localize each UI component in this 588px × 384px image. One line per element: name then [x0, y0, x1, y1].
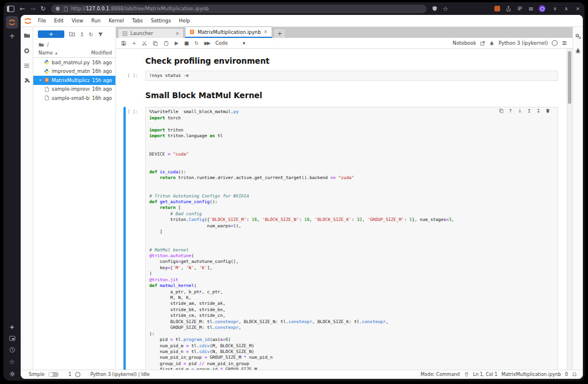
code-line	[149, 235, 554, 241]
file-row[interactable]: bad_matmul.py16h ago	[33, 58, 115, 67]
home-folder-icon[interactable]	[39, 43, 44, 46]
file-browser-icon[interactable]	[24, 34, 30, 38]
cell-editor[interactable]: !nsys status -e	[145, 71, 558, 81]
add-cell-icon[interactable]: +	[132, 41, 136, 46]
file-row[interactable]: sample-improve...16h ago	[33, 85, 115, 94]
column-name[interactable]: Name▲	[38, 50, 91, 56]
code-line	[149, 163, 554, 169]
file-row[interactable]: sample-small-blo...16h ago	[33, 94, 115, 103]
paste-cells-icon[interactable]	[165, 41, 168, 45]
scrollbar-thumb[interactable]	[568, 51, 571, 104]
tab-launcher[interactable]: Launcher ×	[118, 28, 184, 38]
url-bar[interactable]: http://127.0.0.1:8888/lab/tree/MatrixMul…	[51, 5, 427, 13]
running-sessions-icon[interactable]	[25, 49, 29, 53]
cursor-position[interactable]: Ln 1, Col 1	[473, 372, 498, 377]
move-cell-up-icon[interactable]: ↑	[509, 108, 513, 114]
file-row[interactable]: improved_matm...16h ago	[33, 67, 115, 76]
vertical-scrollbar[interactable]	[567, 49, 572, 370]
insert-cell-below-icon[interactable]: ↧	[536, 108, 540, 114]
strip-bottom-icons: ☆	[9, 324, 16, 377]
notifications-bell-icon[interactable]	[572, 373, 576, 377]
file-file-icon	[44, 87, 49, 92]
browser-tab-jupyter[interactable]	[6, 16, 18, 29]
close-button[interactable]: ×	[575, 6, 580, 11]
kernel-status-text[interactable]: Python 3 (ipykernel) | Idle	[90, 372, 149, 377]
property-inspector-icon[interactable]	[575, 34, 581, 39]
debugger-panel-icon[interactable]	[575, 48, 580, 53]
table-of-contents-icon[interactable]	[24, 64, 29, 68]
notifications-count[interactable]: 0	[565, 372, 568, 377]
kernel-name[interactable]: Python 3 (ipykernel)	[498, 40, 548, 46]
forward-icon[interactable]: →	[30, 6, 35, 12]
run-icon[interactable]: ▶	[175, 41, 179, 46]
menu-tabs[interactable]: Tabs	[128, 18, 147, 24]
file-row[interactable]: •MatrixMultiplicat...15h ago	[33, 76, 115, 85]
code-cell[interactable]: [ ]: !nsys status -e	[116, 71, 567, 81]
share-icon[interactable]	[507, 6, 510, 10]
browser-window: ← → ↻ http://127.0.0.1:8888/lab/tree/Mat…	[3, 2, 585, 381]
new-launcher-button[interactable]: +	[38, 30, 64, 38]
bookmarks-icon[interactable]: ☆	[9, 358, 15, 366]
cell-type-dropdown[interactable]: Code▾	[215, 40, 245, 46]
menu-icon[interactable]: ≡	[528, 6, 533, 12]
extension-manager-icon[interactable]	[25, 78, 29, 82]
maximize-button[interactable]: ∧	[564, 6, 568, 11]
markdown-cell[interactable]: Check profiling environment	[116, 55, 567, 67]
kernel-status-icon[interactable]	[552, 40, 558, 46]
sparkle-icon[interactable]	[9, 324, 14, 329]
column-modified[interactable]: Modified	[91, 50, 112, 56]
menu-edit[interactable]: Edit	[50, 18, 67, 24]
new-tab-button[interactable]: +	[9, 32, 15, 40]
tab-notebook[interactable]: MatrixMultiplication.ipynb ×	[185, 26, 272, 38]
menu-view[interactable]: View	[68, 18, 87, 24]
refresh-icon[interactable]: ↻	[89, 32, 94, 37]
mode-indicator[interactable]: Mode: Command	[421, 372, 460, 377]
reload-icon[interactable]: ↻	[40, 6, 45, 12]
sidebar-toggle-icon[interactable]	[7, 6, 14, 12]
delete-cell-icon[interactable]	[546, 109, 550, 113]
restart-run-all-icon[interactable]: ▶▶	[204, 41, 210, 46]
new-dock-tab-button[interactable]: +	[273, 28, 286, 38]
history-icon[interactable]	[10, 347, 14, 352]
tracking-shield-icon[interactable]	[432, 6, 436, 11]
close-tab-icon[interactable]: ×	[264, 29, 268, 34]
profile-avatar[interactable]	[539, 5, 546, 12]
filter-icon[interactable]	[98, 32, 103, 36]
menu-file[interactable]: File	[34, 18, 50, 24]
menu-kernel[interactable]: Kernel	[105, 18, 128, 24]
restart-kernel-icon[interactable]: ↻	[195, 41, 199, 46]
move-cell-down-icon[interactable]: ↓	[518, 108, 522, 114]
stop-icon[interactable]: ■	[184, 41, 189, 46]
reader-mode-icon[interactable]	[518, 7, 522, 10]
external-link-icon[interactable]	[481, 41, 485, 45]
cut-cells-icon[interactable]	[142, 41, 146, 45]
menu-help[interactable]: Help	[175, 18, 194, 24]
upload-icon[interactable]: ↥	[80, 32, 84, 37]
menubar-items: FileEditViewRunKernelTabsSettingsHelp	[34, 18, 194, 24]
close-tab-icon[interactable]: ×	[176, 31, 180, 36]
markdown-cell[interactable]: Small Block MatMul Kernel	[116, 89, 567, 102]
minimize-button[interactable]: ∨	[553, 6, 557, 11]
extension-icon[interactable]	[494, 6, 500, 11]
simple-mode-toggle[interactable]	[48, 372, 59, 377]
back-icon[interactable]: ←	[20, 6, 25, 12]
toolbar-menu-icon[interactable]	[563, 42, 567, 45]
breadcrumb[interactable]: /	[33, 40, 115, 49]
debugger-icon[interactable]	[490, 41, 494, 45]
copy-cells-icon[interactable]	[153, 41, 157, 45]
new-folder-icon[interactable]	[69, 32, 75, 36]
code-line: GROUP_SIZE_M: tl.constexpr,	[149, 325, 554, 331]
bookmark-star-icon[interactable]: ☆	[443, 6, 448, 12]
terminals-count[interactable]: 1	[68, 372, 71, 377]
menu-settings[interactable]: Settings	[147, 18, 175, 24]
duplicate-cell-icon[interactable]	[500, 109, 503, 113]
menu-run[interactable]: Run	[87, 18, 105, 24]
notebook-content: Check profiling environment [ ]: !nsys s…	[116, 49, 572, 370]
settings-gear-icon[interactable]	[10, 371, 15, 377]
save-icon[interactable]	[122, 41, 126, 45]
insert-cell-above-icon[interactable]: ↥	[527, 108, 531, 114]
cell-editor[interactable]: %%writefile small_block_matmul.pyimport …	[145, 107, 558, 370]
picture-in-picture-icon[interactable]	[9, 336, 14, 340]
active-code-cell[interactable]: [ ]: %%writefile small_block_matmul.pyim…	[116, 107, 567, 370]
kernel-sessions-icon[interactable]	[75, 372, 80, 377]
